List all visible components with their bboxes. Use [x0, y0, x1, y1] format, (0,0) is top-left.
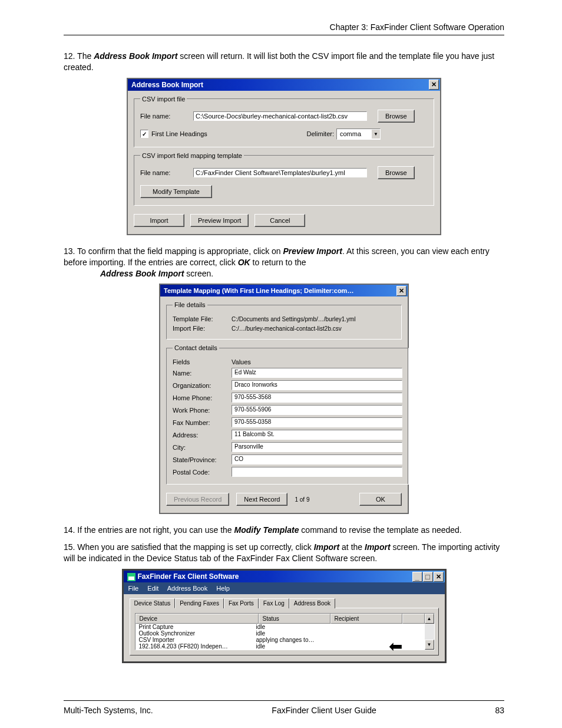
window-title: Address Book Import	[131, 81, 203, 89]
field-value[interactable]: Ed Walz	[232, 368, 402, 378]
arrow-icon: ⬅	[389, 637, 402, 656]
step-13: 13. To confirm that the field mapping is…	[64, 246, 504, 279]
menu-file[interactable]: File	[128, 585, 139, 592]
device-table: Device Status Recipient ⬅ Print Capturei…	[135, 613, 435, 650]
field-value[interactable]: Parsonville	[232, 442, 402, 452]
csv-import-file-group: CSV import file File name: C:\Source-Doc…	[134, 95, 434, 147]
contact-field-row: Postal Code:	[173, 467, 402, 477]
field-value[interactable]: 11 Balcomb St.	[232, 430, 402, 440]
step-15: 15. When you are satisfied that the mapp…	[64, 542, 504, 564]
previous-record-button[interactable]: Previous Record	[166, 493, 229, 506]
table-row[interactable]: Print Captureidle	[135, 624, 425, 630]
app-icon	[127, 573, 135, 581]
tab-fax-ports[interactable]: Fax Ports	[224, 598, 259, 608]
field-value[interactable]: 970-555-0358	[232, 417, 402, 427]
filename-input[interactable]: C:\Source-Docs\burley-mechanical-contact…	[193, 111, 367, 121]
titlebar: FaxFinder Fax Client Software _ □ ✕	[124, 571, 445, 582]
modify-template-button[interactable]: Modify Template	[140, 185, 212, 198]
template-filename-input[interactable]: C:/FaxFinder Client Software\Templates\b…	[193, 168, 367, 177]
close-icon[interactable]: ✕	[434, 572, 444, 582]
browse-button[interactable]: Browse	[378, 166, 415, 179]
col-device[interactable]: Device	[135, 614, 259, 624]
maximize-icon[interactable]: □	[423, 572, 433, 582]
close-icon[interactable]: ✕	[429, 80, 439, 90]
tab-fax-log[interactable]: Fax Log	[259, 598, 289, 608]
faxfinder-client-window: FaxFinder Fax Client Software _ □ ✕ File…	[122, 569, 447, 663]
tabs: Device Status Pending Faxes Fax Ports Fa…	[124, 594, 445, 608]
table-row[interactable]: CSV Importerapplying changes to…	[135, 637, 425, 643]
delimiter-select[interactable]: comma▼	[336, 129, 381, 140]
chapter-header: Chapter 3: FaxFinder Client Software Ope…	[64, 22, 504, 32]
step-12: 12. The Address Book Import screen will …	[64, 51, 504, 73]
table-row[interactable]: 192.168.4.203 (FF820) Indepen…idle	[135, 643, 425, 650]
menu-addressbook[interactable]: Address Book	[167, 585, 207, 592]
file-details-group: File details Template File:C:/Documents …	[166, 301, 402, 340]
field-value[interactable]: 970-555-5906	[232, 405, 402, 415]
contact-field-row: State/Province:CO	[173, 454, 402, 465]
ok-button[interactable]: OK	[359, 493, 402, 506]
field-value[interactable]: CO	[232, 454, 402, 465]
record-counter: 1 of 9	[295, 496, 309, 503]
field-value[interactable]: Draco Ironworks	[232, 380, 402, 390]
menu-help[interactable]: Help	[216, 585, 230, 592]
chevron-down-icon: ▼	[371, 130, 380, 139]
contact-field-row: Name:Ed Walz	[173, 368, 402, 378]
contact-field-row: Organization:Draco Ironworks	[173, 380, 402, 390]
table-row[interactable]: Outlook Synchronizeridle	[135, 630, 425, 637]
field-value[interactable]: 970-555-3568	[232, 393, 402, 403]
delimiter-label: Delimiter:	[307, 130, 334, 137]
step-14: 14. If the entries are not right, you ca…	[64, 525, 504, 536]
contact-field-row: Work Phone:970-555-5906	[173, 405, 402, 415]
minimize-icon[interactable]: _	[412, 572, 422, 582]
tab-pending-faxes[interactable]: Pending Faxes	[175, 598, 224, 608]
menu-edit[interactable]: Edit	[147, 585, 158, 592]
contact-field-row: Home Phone:970-555-3568	[173, 393, 402, 403]
titlebar: Template Mapping (With First Line Headin…	[160, 285, 408, 297]
contact-details-group: Contact details FieldsValues Name:Ed Wal…	[166, 344, 409, 485]
template-mapping-window: Template Mapping (With First Line Headin…	[159, 284, 409, 514]
tab-device-status[interactable]: Device Status	[130, 598, 176, 608]
titlebar: Address Book Import ✕	[128, 79, 440, 91]
menubar: File Edit Address Book Help	[124, 582, 445, 594]
close-icon[interactable]: ✕	[396, 286, 406, 296]
import-button[interactable]: Import	[134, 214, 184, 227]
col-recipient[interactable]: Recipient	[330, 614, 402, 624]
cancel-button[interactable]: Cancel	[254, 214, 305, 227]
browse-button[interactable]: Browse	[378, 110, 415, 123]
table-header: Device Status Recipient	[135, 614, 425, 624]
hr-top	[64, 35, 504, 35]
page-footer: Multi-Tech Systems, Inc. FaxFinder Clien…	[64, 700, 504, 715]
contact-field-row: Address:11 Balcomb St.	[173, 430, 402, 440]
tab-address-book[interactable]: Address Book	[289, 598, 335, 608]
preview-import-button[interactable]: Preview Import	[190, 214, 249, 227]
tab-pane: Device Status Recipient ⬅ Print Capturei…	[130, 608, 439, 655]
first-line-headings-label: First Line Headings	[151, 130, 207, 137]
contact-field-row: Fax Number:970-555-0358	[173, 417, 402, 427]
scrollbar[interactable]: ▲ ▼	[425, 614, 434, 650]
field-value[interactable]	[232, 467, 402, 477]
template-group: CSV import field mapping template File n…	[134, 152, 434, 206]
filename-label: File name:	[140, 113, 193, 120]
col-status[interactable]: Status	[259, 614, 330, 624]
window-title: Template Mapping (With First Line Headin…	[164, 287, 353, 294]
scroll-up-icon[interactable]: ▲	[425, 614, 434, 624]
scroll-down-icon[interactable]: ▼	[425, 640, 434, 650]
svg-rect-1	[128, 577, 134, 580]
address-book-import-window: Address Book Import ✕ CSV import file Fi…	[127, 78, 441, 235]
next-record-button[interactable]: Next Record	[236, 493, 287, 506]
window-title: FaxFinder Fax Client Software	[138, 572, 239, 581]
first-line-headings-checkbox[interactable]: ✓	[140, 130, 148, 138]
contact-field-row: City:Parsonville	[173, 442, 402, 452]
